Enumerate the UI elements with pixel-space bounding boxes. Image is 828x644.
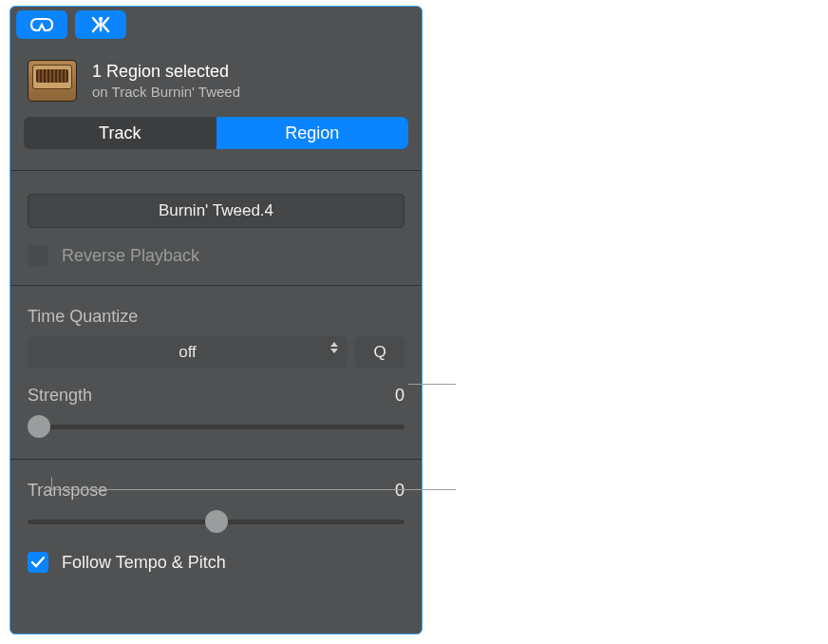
strength-slider-thumb[interactable] — [28, 415, 50, 438]
region-track-subtitle: on Track Burnin' Tweed — [92, 84, 240, 100]
reverse-playback-row[interactable]: Reverse Playback — [28, 245, 405, 266]
time-quantize-label: Time Quantize — [28, 307, 138, 327]
inspector-toolbar — [10, 7, 422, 39]
region-thumbnail — [28, 60, 77, 102]
time-quantize-select[interactable]: off — [28, 336, 348, 369]
svg-point-0 — [99, 17, 103, 21]
region-selection-title: 1 Region selected — [92, 62, 240, 82]
transpose-label: Transpose — [28, 481, 107, 501]
transpose-section: Transpose 0 Follow Tempo & Pitch — [10, 460, 422, 578]
strength-label: Strength — [28, 386, 92, 406]
region-name-field[interactable]: Burnin' Tweed.4 — [28, 194, 405, 228]
flex-mode-button[interactable] — [75, 10, 126, 39]
select-stepper-icon — [330, 342, 338, 353]
callout-line — [408, 384, 456, 385]
strength-slider[interactable] — [28, 413, 405, 440]
time-quantize-section: Time Quantize off Q Strength 0 — [10, 286, 422, 445]
follow-tempo-label: Follow Tempo & Pitch — [62, 553, 226, 573]
follow-tempo-row[interactable]: Follow Tempo & Pitch — [28, 552, 405, 573]
region-name-section: Burnin' Tweed.4 Reverse Playback — [10, 171, 422, 272]
tab-region[interactable]: Region — [216, 117, 409, 149]
reverse-playback-checkbox[interactable] — [28, 245, 48, 266]
tab-track[interactable]: Track — [24, 117, 216, 149]
inspector-tabs: Track Region — [24, 117, 408, 149]
region-header-text: 1 Region selected on Track Burnin' Tweed — [92, 62, 240, 100]
strength-value: 0 — [395, 386, 405, 406]
loop-mode-button[interactable] — [16, 10, 67, 39]
region-inspector-panel: 1 Region selected on Track Burnin' Tweed… — [9, 6, 423, 635]
callout-line — [51, 489, 456, 490]
time-quantize-value: off — [179, 343, 197, 362]
follow-tempo-checkbox[interactable] — [28, 552, 48, 573]
transpose-value: 0 — [395, 481, 405, 501]
callout-line — [51, 477, 52, 489]
quantize-button[interactable]: Q — [355, 336, 405, 369]
reverse-playback-label: Reverse Playback — [62, 246, 199, 266]
transpose-slider[interactable] — [28, 508, 405, 535]
transpose-slider-thumb[interactable] — [205, 510, 228, 533]
region-header: 1 Region selected on Track Burnin' Tweed — [10, 39, 422, 109]
